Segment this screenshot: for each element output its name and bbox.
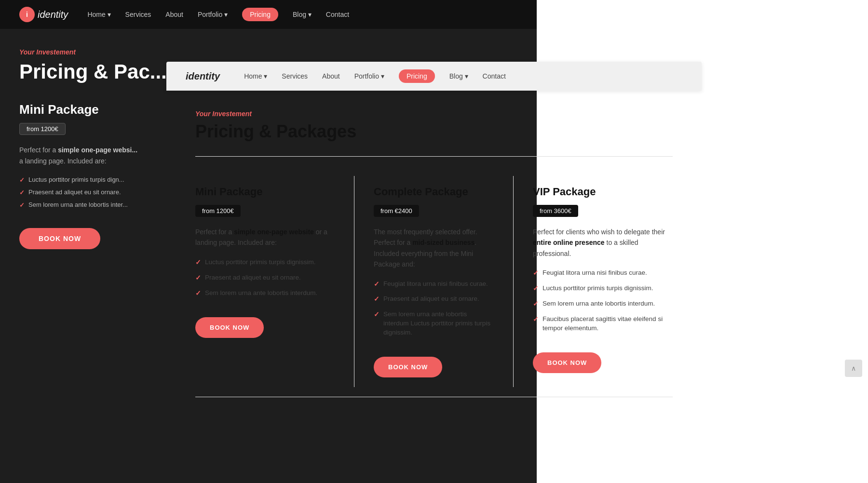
mini-package-col: Mini Package from 1200€ Perfect for a si… [195,176,354,387]
dark-nav-about[interactable]: About [165,10,183,19]
dark-navbar: i identity Home ▾ Services About Portfol… [0,0,537,29]
complete-book-now-button[interactable]: BOOK NOW [374,357,442,377]
dark-logo-text: identity [38,9,68,20]
mini-feature-3: ✓ Sem lorem urna ante lobortis interdum. [195,289,335,298]
vip-feature-3: ✓ Sem lorem urna ante lobortis interdum. [533,299,673,309]
mini-book-now-button[interactable]: BOOK NOW [195,317,264,338]
dark-nav-contact[interactable]: Contact [326,10,349,19]
dark-nav-portfolio[interactable]: Portfolio ▾ [198,10,228,19]
dark-nav-list: Home ▾ Services About Portfolio ▾ Pricin… [87,10,349,19]
light-nav-home[interactable]: Home ▾ [244,72,267,80]
mini-package-desc: Perfect for a simple one-page website or… [195,227,335,248]
check-icon: ✓ [374,310,380,320]
complete-feature-1: ✓ Feugiat litora urna nisi finibus curae… [374,280,494,289]
vip-package-desc: Perfect for clients who wish to delegate… [533,227,673,259]
light-nav-about[interactable]: About [322,72,340,80]
check-icon: ✓ [195,274,201,283]
light-nav-contact[interactable]: Contact [483,72,506,80]
mini-feature-list: ✓ Luctus porttitor primis turpis digniss… [195,258,335,298]
light-nav-services[interactable]: Services [282,72,308,80]
check-icon: ✓ [533,300,539,309]
light-nav-pricing[interactable]: Pricing [399,72,435,80]
complete-feature-2: ✓ Praesent ad aliquet eu sit ornare. [374,295,494,304]
dark-logo-icon: i [19,7,35,22]
dark-nav-blog[interactable]: Blog ▾ [293,10,312,19]
vip-package-col: VIP Package from 3600€ Perfect for clien… [514,176,673,387]
check-icon: ✓ [195,289,201,298]
dark-nav-services[interactable]: Services [125,10,151,19]
mini-package-name: Mini Package [195,186,335,198]
light-nav-portfolio[interactable]: Portfolio ▾ [354,72,384,80]
complete-package-col: Complete Package from €2400 The most fre… [354,176,514,387]
check-icon: ✓ [374,295,380,304]
mini-price-badge: from 1200€ [195,205,241,217]
packages-grid: Mini Package from 1200€ Perfect for a si… [195,176,673,387]
light-content: Your Investement Pricing & Packages Mini… [166,91,702,416]
vip-feature-4: ✓ Faucibus placerat sagittis vitae eleif… [533,315,673,333]
dark-logo[interactable]: i identity [19,7,68,22]
check-icon: ✓ [533,269,539,278]
dark-subtitle: Your Investement [19,48,203,56]
vip-price-badge: from 3600€ [533,205,578,217]
light-subtitle: Your Investement [195,110,673,118]
dark-nav-pricing[interactable]: Pricing [242,10,278,19]
vip-feature-1: ✓ Feugiat litora urna nisi finibus curae… [533,268,673,278]
top-divider [195,156,673,157]
bottom-divider [195,397,673,397]
complete-package-desc: The most frequently selected offer. Perf… [374,227,494,270]
check-icon: ✓ [533,284,539,294]
vip-package-name: VIP Package [533,186,673,198]
light-nav-list: Home ▾ Services About Portfolio ▾ Pricin… [244,72,506,80]
light-logo-text: identity [186,71,220,82]
complete-price-badge: from €2400 [374,205,419,217]
scroll-up-arrow[interactable]: ∧ [845,360,862,377]
vip-feature-2: ✓ Luctus porttitor primis turpis digniss… [533,284,673,294]
check-icon: ✓ [533,315,539,324]
mini-feature-2: ✓ Praesent ad aliquet eu sit ornare. [195,273,335,283]
vip-book-now-button[interactable]: BOOK NOW [533,352,601,373]
complete-feature-3: ✓ Sem lorem urna ante lobortis interdum … [374,310,494,337]
vip-feature-list: ✓ Feugiat litora urna nisi finibus curae… [533,268,673,333]
light-nav-blog[interactable]: Blog ▾ [449,72,468,80]
mini-feature-1: ✓ Luctus porttitor primis turpis digniss… [195,258,335,268]
complete-feature-list: ✓ Feugiat litora urna nisi finibus curae… [374,280,494,337]
light-main-title: Pricing & Packages [195,121,673,142]
dark-nav-home[interactable]: Home ▾ [87,10,110,19]
light-navbar: identity Home ▾ Services About Portfolio… [166,62,702,91]
check-icon: ✓ [374,280,380,289]
dark-price-badge: from 1200€ [19,123,66,135]
check-icon: ✓ [195,258,201,268]
complete-package-name: Complete Package [374,186,494,198]
dark-book-now-button[interactable]: BOOK NOW [19,228,100,249]
